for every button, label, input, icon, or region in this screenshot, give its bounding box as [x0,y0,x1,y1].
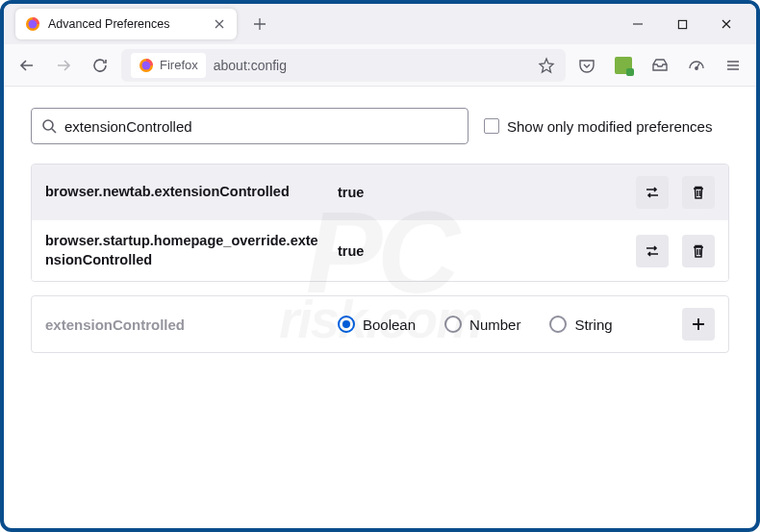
url-text: about:config [214,58,529,73]
pref-value: true [338,243,622,259]
inbox-icon[interactable] [645,50,675,81]
radio-label: String [574,317,612,333]
checkbox-icon[interactable] [484,118,499,134]
modified-only-toggle[interactable]: Show only modified preferences [484,118,712,135]
radio-label: Boolean [363,317,416,333]
search-row: Show only modified preferences [31,108,729,144]
svg-point-6 [43,120,53,130]
radio-icon [338,316,355,333]
new-pref-row: extensionControlled Boolean Number Strin… [31,295,729,353]
tab-title: Advanced Preferences [48,17,206,31]
svg-rect-2 [678,20,686,28]
radio-number[interactable]: Number [444,316,520,333]
pref-value: true [338,185,622,200]
window-controls [616,4,748,44]
identity-box[interactable]: Firefox [131,53,206,78]
delete-button[interactable] [682,235,715,267]
close-button[interactable] [704,4,748,44]
pref-row[interactable]: browser.startup.homepage_override.extens… [32,220,728,281]
back-button[interactable] [12,50,42,81]
forward-button[interactable] [48,50,79,81]
add-pref-button[interactable] [682,308,715,341]
preferences-list: browser.newtab.extensionControlled true … [31,164,729,282]
url-bar[interactable]: Firefox about:config [121,49,566,82]
bookmark-star-icon[interactable] [537,56,556,75]
radio-icon [444,316,462,333]
radio-boolean[interactable]: Boolean [338,316,416,333]
firefox-logo-icon [25,16,40,32]
modified-only-label: Show only modified preferences [507,118,712,135]
radio-string[interactable]: String [549,316,612,333]
search-icon [41,118,57,134]
search-input[interactable] [64,118,458,135]
delete-button[interactable] [682,176,715,209]
tab-close-button[interactable] [212,16,227,32]
identity-label: Firefox [160,58,198,72]
radio-icon [549,316,567,333]
toggle-button[interactable] [636,176,669,209]
new-tab-button[interactable] [246,11,273,38]
pref-name: browser.startup.homepage_override.extens… [45,232,324,269]
browser-tab[interactable]: Advanced Preferences [15,9,237,39]
reload-button[interactable] [85,50,115,81]
svg-point-5 [696,66,697,68]
pocket-icon[interactable] [571,50,602,81]
maximize-button[interactable] [660,4,704,44]
menu-button[interactable] [718,50,748,81]
extension-icon[interactable] [608,50,639,81]
toggle-button[interactable] [636,235,669,267]
nav-toolbar: Firefox about:config [4,44,756,87]
search-box[interactable] [31,108,469,144]
minimize-button[interactable] [616,4,660,44]
firefox-logo-icon [139,58,154,73]
new-pref-name: extensionControlled [45,317,324,333]
pref-row[interactable]: browser.newtab.extensionControlled true [32,165,728,220]
pref-name: browser.newtab.extensionControlled [45,183,324,202]
dashboard-icon[interactable] [681,50,712,81]
radio-label: Number [469,317,520,333]
titlebar: Advanced Preferences [4,4,756,44]
about-config-content: Show only modified preferences browser.n… [4,87,756,374]
type-radio-group: Boolean Number String [338,316,669,333]
